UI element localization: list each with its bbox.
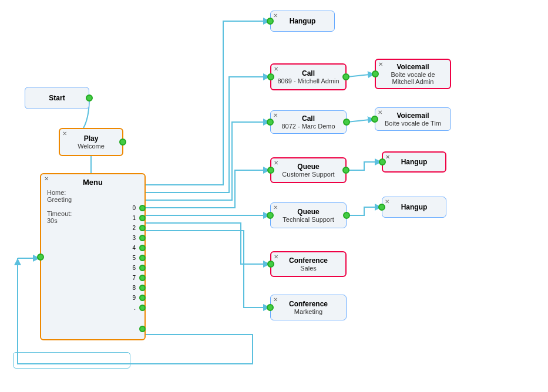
play-node[interactable]: ✕ Play Welcome <box>59 128 123 156</box>
hangup2-node[interactable]: ✕ Hangup <box>382 151 446 173</box>
hangup2-title: Hangup <box>401 158 428 166</box>
call8072-title: Call <box>302 114 315 123</box>
hangup1-in-port[interactable] <box>267 18 274 25</box>
play-title: Play <box>84 134 99 143</box>
conf-sales-title: Conference <box>289 256 328 265</box>
call8072-subtitle: 8072 - Marc Demo <box>281 123 335 130</box>
hangup2-in-port[interactable] <box>379 158 386 165</box>
conf-mktg-node[interactable]: ✕ Conference Marketing <box>270 295 347 320</box>
voicemail1-node[interactable]: ✕ Voicemail Boite vocale de Mitchell Adm… <box>375 59 451 89</box>
menu-port-6[interactable]: 6 <box>132 265 146 271</box>
menu-in-port[interactable] <box>37 254 44 261</box>
call8072-out-port[interactable] <box>343 119 350 126</box>
hangup3-close-icon[interactable]: ✕ <box>385 198 389 205</box>
hangup3-title: Hangup <box>401 203 428 211</box>
menu-port-timeout[interactable] <box>137 326 146 332</box>
menu-port-5[interactable]: 5 <box>132 255 146 261</box>
voicemail1-subtitle: Boite vocale de Mitchell Admin <box>391 71 435 85</box>
queue-ts-in-port[interactable] <box>267 212 274 219</box>
menu-port-4[interactable]: 4 <box>132 245 146 251</box>
queue-cs-subtitle: Customer Support <box>282 171 334 178</box>
call8069-title: Call <box>302 69 315 77</box>
menu-timeout-label: Timeout: <box>47 210 139 217</box>
queue-ts-close-icon[interactable]: ✕ <box>273 204 278 211</box>
hangup3-in-port[interactable] <box>378 204 385 211</box>
conf-mktg-subtitle: Marketing <box>294 308 322 315</box>
queue-cs-node[interactable]: ✕ Queue Customer Support <box>270 157 347 183</box>
queue-cs-in-port[interactable] <box>267 167 274 174</box>
conf-mktg-in-port[interactable] <box>267 304 274 311</box>
menu-close-icon[interactable]: ✕ <box>44 175 49 182</box>
hangup1-close-icon[interactable]: ✕ <box>273 12 278 19</box>
conf-sales-node[interactable]: ✕ Conference Sales <box>270 251 347 277</box>
menu-port-3[interactable]: 3 <box>132 235 146 241</box>
hangup1-node[interactable]: ✕ Hangup <box>270 11 335 32</box>
call8069-out-port[interactable] <box>342 73 349 80</box>
queue-cs-close-icon[interactable]: ✕ <box>274 160 278 166</box>
hangup2-close-icon[interactable]: ✕ <box>385 154 390 160</box>
voicemail2-in-port[interactable] <box>371 116 378 123</box>
voicemail2-close-icon[interactable]: ✕ <box>378 109 382 116</box>
menu-port-7[interactable]: 7 <box>132 275 146 281</box>
call8069-subtitle: 8069 - Mitchell Admin <box>277 77 339 85</box>
menu-port-0[interactable]: 0 <box>132 205 146 211</box>
queue-cs-out-port[interactable] <box>342 167 349 174</box>
queue-ts-out-port[interactable] <box>343 212 350 219</box>
queue-cs-title: Queue <box>297 163 319 171</box>
play-subtitle: Welcome <box>78 143 105 150</box>
menu-port-9[interactable]: 9 <box>132 295 146 301</box>
menu-30s-label: 30s <box>47 217 139 224</box>
voicemail2-subtitle: Boite vocale de Tim <box>385 120 441 127</box>
menu-port-2[interactable]: 2 <box>132 225 146 231</box>
conf-mktg-title: Conference <box>289 300 328 308</box>
menu-port-8[interactable]: 8 <box>132 285 146 291</box>
call8069-close-icon[interactable]: ✕ <box>274 66 278 72</box>
call8072-close-icon[interactable]: ✕ <box>273 112 278 119</box>
voicemail1-title: Voicemail <box>396 63 429 71</box>
voicemail2-title: Voicemail <box>396 111 429 120</box>
start-out-port[interactable] <box>86 94 93 102</box>
play-close-icon[interactable]: ✕ <box>62 130 67 137</box>
conf-sales-close-icon[interactable]: ✕ <box>274 254 278 260</box>
start-label: Start <box>49 94 65 102</box>
queue-ts-title: Queue <box>297 208 319 216</box>
call8069-in-port[interactable] <box>267 73 274 80</box>
call8072-in-port[interactable] <box>267 119 274 126</box>
menu-port-1[interactable]: 1 <box>132 215 146 221</box>
call8069-node[interactable]: ✕ Call 8069 - Mitchell Admin <box>270 63 347 90</box>
hangup1-title: Hangup <box>290 17 316 25</box>
menu-home-label: Home: <box>47 189 139 196</box>
queue-ts-node[interactable]: ✕ Queue Technical Support <box>270 202 347 228</box>
start-node[interactable]: Start <box>25 87 89 109</box>
play-out-port[interactable] <box>119 138 126 146</box>
conf-mktg-close-icon[interactable]: ✕ <box>273 296 278 303</box>
voicemail1-close-icon[interactable]: ✕ <box>378 61 383 67</box>
call8072-node[interactable]: ✕ Call 8072 - Marc Demo <box>270 110 347 134</box>
conf-sales-in-port[interactable] <box>267 261 274 268</box>
queue-ts-subtitle: Technical Support <box>283 216 334 223</box>
menu-title: Menu <box>47 178 139 187</box>
conf-sales-subtitle: Sales <box>300 265 317 272</box>
menu-node[interactable]: ✕ Menu Home: Greeting Timeout: 30s 0 1 2… <box>40 173 146 340</box>
voicemail2-node[interactable]: ✕ Voicemail Boite vocale de Tim <box>375 107 451 131</box>
hangup3-node[interactable]: ✕ Hangup <box>382 197 446 218</box>
loop-indicator <box>13 352 130 369</box>
voicemail1-in-port[interactable] <box>372 70 379 77</box>
menu-port-dot[interactable]: . <box>134 305 146 311</box>
menu-greeting-label: Greeting <box>47 196 139 203</box>
